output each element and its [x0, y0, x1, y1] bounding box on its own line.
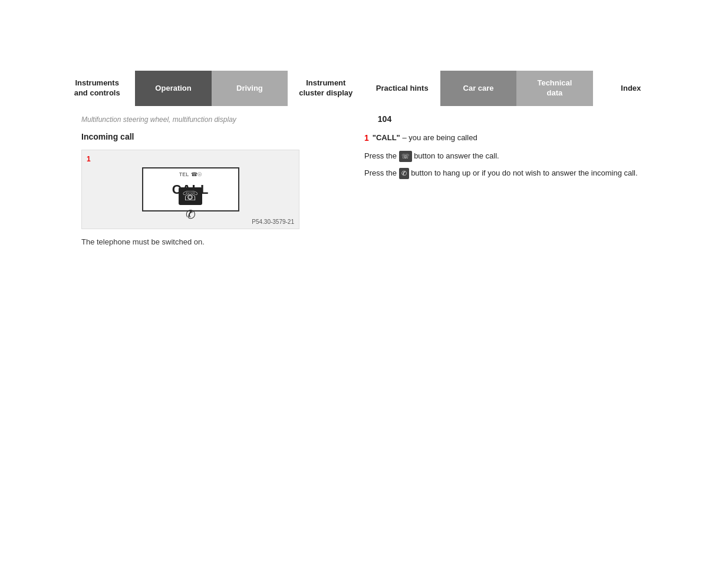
nav-item-label: Driving: [236, 84, 263, 94]
nav-bar: Instrumentsand controls Operation Drivin…: [59, 71, 669, 106]
phone-hangup-button-icon: ✆: [399, 168, 409, 180]
paragraph-hangup: Press the ✆ button to hang up or if you …: [364, 167, 647, 180]
step-number: 1: [364, 132, 369, 144]
diagram-box: 1 TEL ☎⦾ CALL ☏ ✆: [81, 150, 299, 229]
step-text: "CALL" – you are being called: [373, 132, 477, 144]
nav-item-car-care[interactable]: Car care: [440, 71, 516, 106]
nav-item-label: Car care: [463, 84, 494, 94]
diagram-number-marker: 1: [87, 155, 91, 163]
phone-answer-button-icon: ☏: [399, 151, 412, 163]
breadcrumb: Multifunction steering wheel, multifunct…: [81, 115, 236, 124]
phone-sound-icon: ☎⦾: [191, 171, 202, 177]
step-list: 1 "CALL" – you are being called: [364, 132, 647, 144]
phone-answer-icon: ☏: [179, 187, 202, 205]
nav-item-index[interactable]: Index: [593, 71, 669, 106]
nav-item-operation[interactable]: Operation: [135, 71, 211, 106]
nav-item-technical-data[interactable]: Technicaldata: [516, 71, 592, 106]
page-number: 104: [378, 114, 391, 124]
paragraph-answer: Press the ☏ button to answer the call.: [364, 150, 647, 163]
nav-item-label: Index: [621, 84, 641, 94]
nav-item-driving[interactable]: Driving: [212, 71, 288, 106]
diagram-caption: P54.30-3579-21: [252, 219, 294, 225]
right-column: 1 "CALL" – you are being called Press th…: [353, 132, 647, 248]
nav-item-practical-hints[interactable]: Practical hints: [364, 71, 440, 106]
nav-item-label: Technicaldata: [537, 78, 572, 98]
nav-item-label: Operation: [155, 84, 191, 94]
step-item-1: 1 "CALL" – you are being called: [364, 132, 647, 144]
note-text: The telephone must be switched on.: [81, 236, 341, 248]
diagram-bottom-icons: ☏ ✆: [179, 187, 202, 222]
phone-hangup-icon: ✆: [186, 207, 196, 222]
nav-item-label: Practical hints: [376, 84, 429, 94]
diagram-tel-label: TEL ☎⦾: [179, 171, 202, 178]
section-title: Incoming call: [81, 132, 341, 141]
nav-item-label: Instrumentsand controls: [74, 78, 120, 98]
nav-item-instruments-controls[interactable]: Instrumentsand controls: [59, 71, 135, 106]
nav-item-label: Instrumentcluster display: [299, 78, 353, 98]
nav-item-instrument-cluster-display[interactable]: Instrumentcluster display: [288, 71, 364, 106]
left-column: Incoming call 1 TEL ☎⦾ CALL ☏: [81, 132, 353, 248]
